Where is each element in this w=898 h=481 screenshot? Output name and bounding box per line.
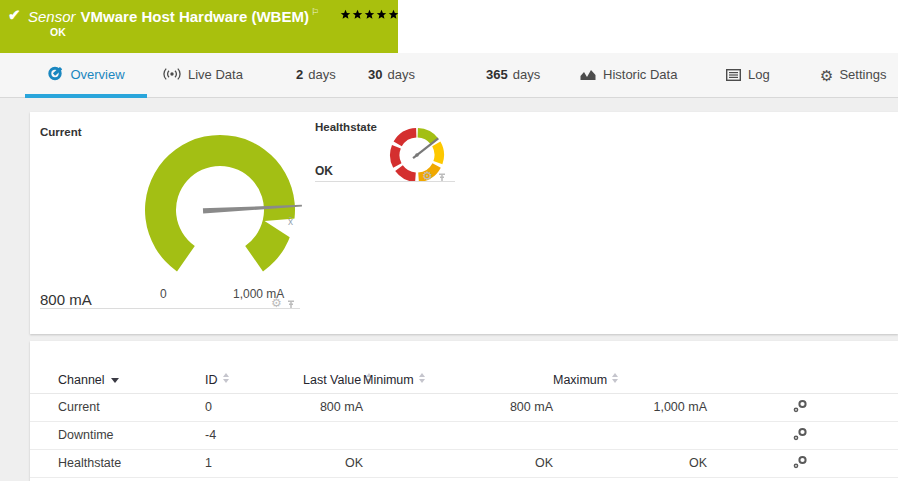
table-header-row: Channel ID Last Value Minimum Maximum: [30, 367, 898, 393]
overview-gauges-card: Current x̄ 0 1,000 mA 800 mA ⚙ Healthsta…: [30, 112, 898, 334]
flag-icon[interactable]: ⚐: [311, 7, 319, 17]
tab-historic-data[interactable]: Historic Data: [580, 53, 677, 97]
tab-label: Settings: [839, 67, 886, 82]
channel-id-cell: -4: [205, 421, 303, 449]
sensor-title: VMware Host Hardware (WBEM): [81, 8, 309, 25]
top-strip: ✔ SensorVMware Host Hardware (WBEM)⚐ OK: [0, 0, 898, 53]
broadcast-icon: [163, 55, 181, 99]
gauge-scale-min: 0: [160, 287, 167, 301]
tab-label: days: [387, 67, 414, 82]
pin-icon[interactable]: [437, 169, 447, 187]
tab-live-data[interactable]: Live Data: [163, 53, 243, 97]
tab-label: Historic Data: [603, 67, 677, 82]
panel-title: Healthstate: [315, 121, 377, 133]
gauge-icon: [47, 55, 63, 99]
column-channel[interactable]: Channel: [30, 367, 205, 393]
channel-settings-icon[interactable]: [707, 430, 808, 444]
tab-overview[interactable]: Overview: [25, 53, 147, 98]
sort-icon: [223, 373, 229, 383]
tab-label: Overview: [70, 67, 124, 82]
tab-label: Live Data: [188, 67, 243, 82]
channel-id-cell: 0: [205, 393, 303, 421]
channel-settings-icon[interactable]: [707, 402, 808, 416]
channel-name-cell[interactable]: Downtime: [30, 421, 205, 449]
maximum-cell: OK: [553, 449, 707, 477]
gauge-value: 800 mA: [40, 291, 92, 308]
minimum-cell: 800 mA: [363, 393, 553, 421]
tab-bar: Overview Live Data 2days 30days 365days …: [0, 53, 898, 98]
table-row[interactable]: Healthstate 1 OK OK OK: [30, 449, 898, 477]
sensor-status-banner: ✔ SensorVMware Host Hardware (WBEM)⚐ OK: [0, 0, 398, 53]
column-maximum[interactable]: Maximum: [553, 367, 707, 393]
last-value-cell: OK: [303, 449, 363, 477]
star-icon[interactable]: [352, 9, 363, 20]
sensor-title-line: SensorVMware Host Hardware (WBEM)⚐: [28, 7, 319, 25]
star-rating[interactable]: [340, 6, 400, 24]
tab-number: 2: [296, 67, 303, 82]
last-value-cell: [303, 421, 363, 449]
area-chart-icon: [580, 55, 596, 99]
table-row[interactable]: Current 0 800 mA 800 mA 1,000 mA: [30, 393, 898, 421]
column-id[interactable]: ID: [205, 367, 303, 393]
star-icon[interactable]: [376, 9, 387, 20]
channel-name-cell[interactable]: Current: [30, 393, 205, 421]
tab-log[interactable]: Log: [726, 53, 770, 97]
channel-id-cell: 1: [205, 449, 303, 477]
sort-icon: [419, 373, 425, 383]
star-icon[interactable]: [364, 9, 375, 20]
table-row[interactable]: Downtime -4: [30, 421, 898, 449]
sort-desc-icon: [111, 378, 119, 383]
gear-icon: ⚙: [820, 54, 833, 98]
tab-30-days[interactable]: 30days: [368, 53, 415, 97]
minimum-cell: [363, 421, 553, 449]
mean-marker: x̄: [288, 216, 293, 227]
sensor-kind-label: Sensor: [28, 8, 76, 25]
check-icon: ✔: [8, 6, 21, 24]
sensor-status: OK: [50, 26, 66, 38]
column-last-value[interactable]: Last Value: [303, 367, 363, 393]
channels-table: Channel ID Last Value Minimum Maximum Cu…: [30, 367, 898, 478]
panel-divider: [315, 181, 455, 182]
minimum-cell: OK: [363, 449, 553, 477]
log-icon: [726, 55, 741, 99]
star-icon[interactable]: [388, 9, 399, 20]
channel-settings-icon[interactable]: [707, 458, 808, 472]
channel-name-cell[interactable]: Healthstate: [30, 449, 205, 477]
tab-settings[interactable]: ⚙Settings: [820, 53, 886, 97]
tab-365-days[interactable]: 365days: [486, 53, 540, 97]
tab-label: days: [513, 67, 540, 82]
tab-2-days[interactable]: 2days: [296, 53, 336, 97]
maximum-cell: [553, 421, 707, 449]
last-value-cell: 800 mA: [303, 393, 363, 421]
maximum-cell: 1,000 mA: [553, 393, 707, 421]
column-minimum[interactable]: Minimum: [363, 367, 553, 393]
tab-label: days: [308, 67, 335, 82]
channels-card: Channel ID Last Value Minimum Maximum Cu…: [30, 341, 898, 481]
tab-number: 365: [486, 67, 508, 82]
sort-icon: [612, 373, 618, 383]
current-gauge: [145, 133, 315, 288]
tab-label: Log: [748, 67, 770, 82]
gauge-value: OK: [315, 164, 333, 178]
star-icon[interactable]: [340, 9, 351, 20]
pin-icon[interactable]: [286, 296, 296, 314]
panel-title: Current: [40, 126, 82, 138]
panel-divider: [40, 308, 300, 309]
tab-number: 30: [368, 67, 382, 82]
